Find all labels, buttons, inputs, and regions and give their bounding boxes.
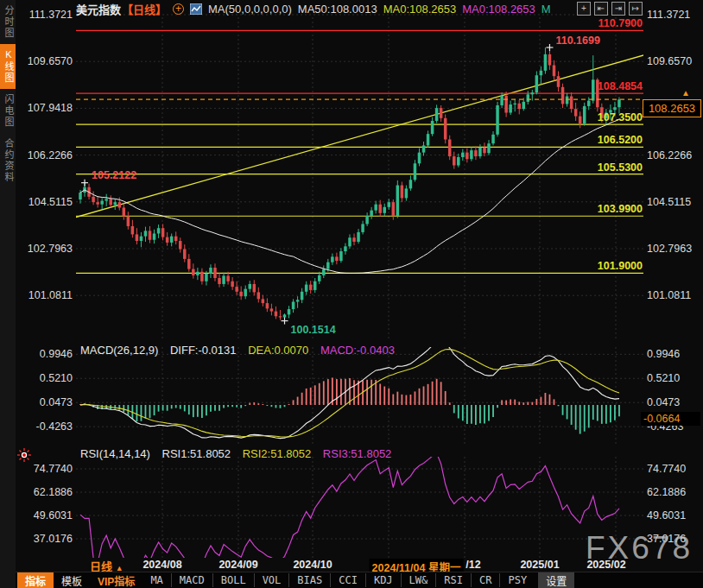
rsi-formula: RSI(14,14,14): [80, 447, 150, 460]
sidebar-item-0[interactable]: 分时图: [0, 0, 16, 44]
sidebar-item-3[interactable]: 合约资料: [0, 133, 16, 188]
add-indicator-icon[interactable]: +: [173, 3, 184, 15]
toolbar-icon-group: +⇤⇥↦: [577, 2, 643, 16]
last-price-badge[interactable]: 108.2653: [643, 99, 701, 117]
macd-dea-value: DEA:0.0070: [248, 344, 308, 357]
tab-MA[interactable]: MA: [142, 573, 170, 587]
chart-style-icon[interactable]: [190, 3, 202, 15]
tab-KDJ[interactable]: KDJ: [365, 573, 401, 587]
sidebar-item-1[interactable]: K线图: [0, 44, 16, 89]
macd-axis-badge: -0.0664: [641, 412, 700, 426]
tab-VIP指标[interactable]: VIP指标: [90, 572, 142, 588]
rsi1-value: RSI1:51.8052: [162, 447, 231, 460]
shift-right-icon[interactable]: ⇥: [611, 2, 625, 16]
chart-window: 分时图K线图闪电图合约资料 美元指数 【日线】 + MA(50,0,0,0,0,…: [0, 0, 703, 588]
tab-CCI[interactable]: CCI: [330, 573, 365, 587]
shift-left-icon[interactable]: ⇤: [594, 2, 608, 16]
tab-PSY[interactable]: PSY: [499, 573, 535, 587]
live-session-icon: [17, 448, 31, 462]
watermark: FX678: [586, 530, 693, 566]
chart-canvas[interactable]: [0, 0, 703, 588]
ma-value-truncated: M: [542, 3, 551, 16]
chart-toolbar: 美元指数 【日线】 + MA(50,0,0,0,0,0) MA50:108.00…: [76, 2, 551, 16]
macd-formula: MACD(26,12,9): [80, 344, 158, 357]
tab-CR[interactable]: CR: [471, 573, 499, 587]
view-sidebar: 分时图K线图闪电图合约资料: [0, 0, 16, 588]
tab-LW&[interactable]: LW&: [401, 573, 436, 587]
rsi2-value: RSI2:51.8052: [243, 447, 312, 460]
tab-BOLL[interactable]: BOLL: [212, 573, 254, 587]
goto-latest-icon[interactable]: ↦: [629, 2, 643, 16]
macd-diff-value: DIFF:-0.0131: [170, 344, 237, 357]
ma0-value-magenta: MA0:108.2653: [462, 3, 535, 16]
sidebar-item-2[interactable]: 闪电图: [0, 89, 16, 133]
ma-formula: MA(50,0,0,0,0,0): [208, 3, 292, 16]
tab-RSI[interactable]: RSI: [435, 573, 471, 587]
tab-BIAS[interactable]: BIAS: [288, 573, 330, 587]
tab-指标[interactable]: 指标: [17, 572, 54, 588]
ma0-value-yellow: MA0:108.2653: [383, 3, 457, 16]
rsi3-value: RSI3:51.8052: [323, 447, 392, 460]
crosshair-icon[interactable]: +: [577, 2, 591, 16]
ma50-value: MA50:108.0013: [298, 3, 377, 16]
tab-VOL[interactable]: VOL: [254, 573, 289, 587]
symbol-name: 美元指数: [76, 1, 121, 17]
period-tag[interactable]: 【日线】: [122, 1, 167, 17]
rsi-header: RSI(14,14,14) RSI1:51.8052 RSI2:51.8052 …: [80, 447, 400, 460]
indicator-tabbar: 指标模板VIP指标MAMACDBOLLVOLBIASCCIKDJLW&RSICR…: [16, 572, 703, 588]
tab-模板[interactable]: 模板: [54, 572, 90, 588]
tab-设置[interactable]: 设置: [538, 572, 574, 588]
tab-MACD[interactable]: MACD: [171, 573, 212, 587]
macd-header: MACD(26,12,9) DIFF:-0.0131 DEA:0.0070 MA…: [80, 344, 403, 357]
price-up-arrow-icon: ▲: [681, 88, 690, 98]
macd-hist-value: MACD:-0.0403: [320, 344, 395, 357]
